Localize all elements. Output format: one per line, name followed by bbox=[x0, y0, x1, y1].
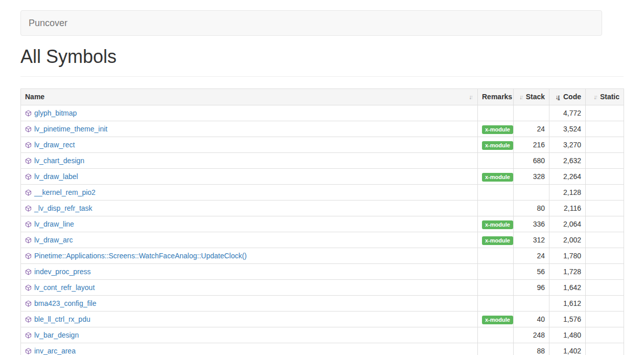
stack-value-cell: 80 bbox=[514, 200, 549, 216]
static-value-cell bbox=[586, 327, 624, 343]
column-header-static[interactable]: ↓↑ Static bbox=[586, 88, 624, 105]
static-value-cell bbox=[586, 263, 624, 279]
name-cell: glyph_bitmap bbox=[21, 105, 478, 121]
name-cell: _lv_disp_refr_task bbox=[21, 200, 478, 216]
symbol-row: Pinetime::Applications::Screens::WatchFa… bbox=[21, 248, 624, 263]
name-cell: lv_draw_label bbox=[21, 168, 478, 184]
symbol-link[interactable]: __kernel_rem_pio2 bbox=[34, 188, 96, 196]
stack-value-cell: 96 bbox=[514, 279, 549, 295]
static-value-cell bbox=[586, 343, 624, 355]
symbol-row: indev_proc_press 56 1,728 bbox=[21, 263, 624, 279]
code-value-cell: 1,480 bbox=[549, 327, 586, 343]
cube-icon bbox=[25, 205, 32, 212]
static-value-cell bbox=[586, 311, 624, 327]
stack-value-cell: 24 bbox=[514, 248, 549, 263]
remarks-cell: x-module bbox=[478, 216, 514, 232]
code-value-cell: 4,772 bbox=[549, 105, 586, 121]
symbol-link[interactable]: lv_chart_design bbox=[34, 157, 84, 165]
sort-up-down-icon: ↓↑ bbox=[593, 92, 596, 102]
static-value-cell bbox=[586, 216, 624, 232]
stack-value-cell: 248 bbox=[514, 327, 549, 343]
column-label-stack: Stack bbox=[526, 93, 545, 101]
symbol-link[interactable]: ble_ll_ctrl_rx_pdu bbox=[34, 315, 90, 323]
x-module-badge: x-module bbox=[482, 236, 513, 245]
stack-value-cell: 56 bbox=[514, 263, 549, 279]
symbol-row: bma423_config_file 1,612 bbox=[21, 295, 624, 311]
symbol-row: lv_draw_line x-module 336 2,064 bbox=[21, 216, 624, 232]
symbol-link[interactable]: Pinetime::Applications::Screens::WatchFa… bbox=[34, 252, 247, 260]
symbol-row: lv_draw_label x-module 328 2,264 bbox=[21, 168, 624, 184]
static-value-cell bbox=[586, 121, 624, 137]
remarks-cell: x-module bbox=[478, 168, 514, 184]
code-value-cell: 2,632 bbox=[549, 152, 586, 168]
column-header-code[interactable]: ↓za Code bbox=[549, 88, 586, 105]
static-value-cell bbox=[586, 184, 624, 200]
column-header-remarks[interactable]: Remarks bbox=[478, 88, 514, 105]
code-value-cell: 1,642 bbox=[549, 279, 586, 295]
stack-value-cell: 40 bbox=[514, 311, 549, 327]
name-cell: bma423_config_file bbox=[21, 295, 478, 311]
table-header-row: Name ↓↑ Remarks ↓↑ Stack ↓za Code ↓↑ Sta… bbox=[21, 88, 624, 105]
code-value-cell: 2,116 bbox=[549, 200, 586, 216]
x-module-badge: x-module bbox=[482, 173, 513, 182]
symbol-link[interactable]: lv_cont_refr_layout bbox=[34, 283, 95, 292]
navbar-brand[interactable]: Puncover bbox=[21, 18, 75, 28]
cube-icon bbox=[25, 221, 32, 228]
cube-icon bbox=[25, 269, 32, 275]
sort-alpha-desc-icon: ↓za bbox=[555, 92, 560, 102]
symbol-row: lv_chart_design 680 2,632 bbox=[21, 152, 624, 168]
symbol-row: lv_draw_rect x-module 216 3,270 bbox=[21, 137, 624, 152]
name-cell: lv_bar_design bbox=[21, 327, 478, 343]
sort-up-down-icon: ↓↑ bbox=[469, 92, 472, 102]
cube-icon bbox=[25, 253, 32, 259]
remarks-cell: x-module bbox=[478, 137, 514, 152]
cube-icon bbox=[25, 237, 32, 243]
symbol-row: inv_arc_area 88 1,402 bbox=[21, 343, 624, 355]
static-value-cell bbox=[586, 152, 624, 168]
cube-icon bbox=[25, 316, 32, 323]
name-cell: lv_pinetime_theme_init bbox=[21, 121, 478, 137]
code-value-cell: 2,264 bbox=[549, 168, 586, 184]
symbol-link[interactable]: lv_bar_design bbox=[34, 331, 79, 339]
name-cell: lv_draw_arc bbox=[21, 232, 478, 248]
stack-value-cell bbox=[514, 184, 549, 200]
remarks-cell bbox=[478, 327, 514, 343]
name-cell: lv_cont_refr_layout bbox=[21, 279, 478, 295]
symbol-link[interactable]: lv_pinetime_theme_init bbox=[34, 125, 107, 133]
static-value-cell bbox=[586, 232, 624, 248]
static-value-cell bbox=[586, 137, 624, 152]
remarks-cell bbox=[478, 295, 514, 311]
symbol-link[interactable]: bma423_config_file bbox=[34, 299, 96, 307]
code-value-cell: 3,270 bbox=[549, 137, 586, 152]
static-value-cell bbox=[586, 105, 624, 121]
remarks-cell: x-module bbox=[478, 121, 514, 137]
symbol-row: __kernel_rem_pio2 2,128 bbox=[21, 184, 624, 200]
symbol-row: ble_ll_ctrl_rx_pdu x-module 40 1,576 bbox=[21, 311, 624, 327]
code-value-cell: 1,728 bbox=[549, 263, 586, 279]
code-value-cell: 2,002 bbox=[549, 232, 586, 248]
symbol-link[interactable]: lv_draw_line bbox=[34, 220, 74, 228]
symbol-link[interactable]: lv_draw_arc bbox=[34, 236, 73, 244]
column-header-name[interactable]: Name ↓↑ bbox=[21, 88, 478, 105]
column-label-code: Code bbox=[563, 93, 581, 101]
cube-icon bbox=[25, 142, 32, 148]
x-module-badge: x-module bbox=[482, 316, 513, 324]
column-header-stack[interactable]: ↓↑ Stack bbox=[514, 88, 549, 105]
static-value-cell bbox=[586, 200, 624, 216]
symbol-link[interactable]: lv_draw_label bbox=[34, 172, 78, 181]
remarks-cell bbox=[478, 200, 514, 216]
stack-value-cell bbox=[514, 295, 549, 311]
column-label-static: Static bbox=[600, 93, 619, 101]
symbol-link[interactable]: indev_proc_press bbox=[34, 268, 91, 276]
code-value-cell: 2,064 bbox=[549, 216, 586, 232]
symbol-link[interactable]: lv_draw_rect bbox=[34, 141, 75, 149]
symbol-link[interactable]: glyph_bitmap bbox=[34, 109, 77, 117]
x-module-badge: x-module bbox=[482, 141, 513, 150]
code-value-cell: 1,402 bbox=[549, 343, 586, 355]
symbol-link[interactable]: _lv_disp_refr_task bbox=[34, 204, 93, 212]
cube-icon bbox=[25, 189, 32, 196]
stack-value-cell: 328 bbox=[514, 168, 549, 184]
stack-value-cell: 336 bbox=[514, 216, 549, 232]
symbol-link[interactable]: inv_arc_area bbox=[34, 347, 76, 355]
symbols-table: Name ↓↑ Remarks ↓↑ Stack ↓za Code ↓↑ Sta… bbox=[20, 88, 624, 355]
